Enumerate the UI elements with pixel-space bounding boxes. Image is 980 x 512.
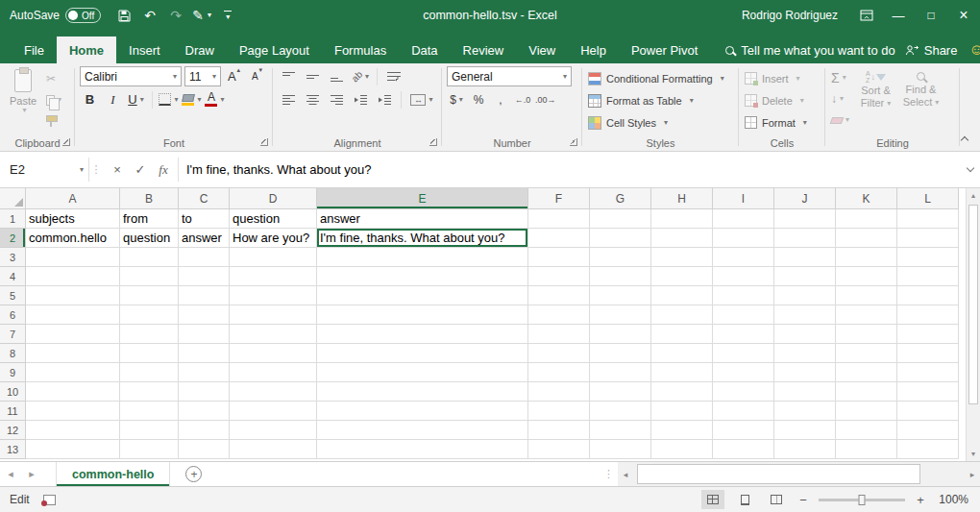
cell-H4[interactable] [651, 267, 713, 286]
cell-L4[interactable] [897, 267, 959, 286]
cell-E11[interactable] [317, 402, 528, 421]
cell-L7[interactable] [897, 325, 959, 344]
vscroll-track[interactable] [967, 203, 980, 447]
cell-B4[interactable] [120, 267, 179, 286]
cell-F1[interactable] [528, 209, 590, 229]
column-header-I[interactable]: I [713, 188, 774, 209]
cell-B3[interactable] [120, 248, 179, 267]
cell-B12[interactable] [120, 421, 179, 440]
merge-center-button[interactable]: ↔▾ [407, 89, 436, 110]
cell-E2[interactable]: I'm fine, thanks. What about you? [317, 229, 528, 248]
italic-button[interactable]: I [103, 89, 123, 110]
cell-G1[interactable] [590, 209, 651, 229]
cell-E9[interactable] [317, 363, 528, 382]
cell-B8[interactable] [120, 344, 179, 363]
cell-B2[interactable]: question [120, 229, 179, 248]
cell-A7[interactable] [26, 325, 120, 344]
cell-A2[interactable]: common.hello [26, 229, 120, 248]
cell-H1[interactable] [651, 209, 713, 229]
align-center-button[interactable] [302, 89, 323, 110]
cell-J11[interactable] [774, 402, 836, 421]
record-macro-icon[interactable] [43, 495, 56, 505]
cell-F8[interactable] [528, 344, 590, 363]
paste-button[interactable]: Paste ▾ [2, 66, 44, 134]
cell-G8[interactable] [590, 344, 651, 363]
cell-E6[interactable] [317, 305, 528, 325]
cell-B7[interactable] [120, 325, 179, 344]
percent-style-button[interactable]: % [469, 89, 488, 110]
cell-G2[interactable] [590, 229, 651, 248]
decrease-font-size-button[interactable]: A▾ [247, 66, 267, 86]
cell-G9[interactable] [590, 363, 651, 382]
cell-C10[interactable] [179, 382, 230, 402]
minimize-button[interactable]: — [882, 0, 915, 31]
cell-D11[interactable] [230, 402, 317, 421]
underline-button[interactable]: U▾ [126, 89, 146, 110]
cell-K9[interactable] [836, 363, 897, 382]
increase-indent-button[interactable] [374, 89, 395, 110]
cell-L10[interactable] [897, 382, 959, 402]
cell-I1[interactable] [713, 209, 774, 229]
cell-A4[interactable] [26, 267, 120, 286]
borders-button[interactable]: ▾ [159, 89, 179, 110]
cell-B5[interactable] [120, 286, 179, 305]
cell-I7[interactable] [713, 325, 774, 344]
cell-L6[interactable] [897, 305, 959, 325]
cancel-entry-button[interactable]: × [107, 159, 128, 181]
page-layout-view-button[interactable] [733, 490, 756, 509]
cell-J4[interactable] [774, 267, 836, 286]
orientation-button[interactable]: ab▾ [350, 66, 371, 86]
expand-formula-bar-button[interactable] [961, 152, 980, 187]
column-header-H[interactable]: H [651, 188, 713, 209]
cell-G11[interactable] [590, 402, 651, 421]
cell-K10[interactable] [836, 382, 897, 402]
column-header-C[interactable]: C [179, 188, 230, 209]
cell-J9[interactable] [774, 363, 836, 382]
font-color-button[interactable]: A▾ [205, 89, 225, 110]
cell-E8[interactable] [317, 344, 528, 363]
number-format-combo[interactable]: General▾ [447, 66, 572, 86]
align-top-button[interactable] [278, 66, 299, 86]
fill-color-button[interactable]: ▾ [182, 89, 202, 110]
cell-K4[interactable] [836, 267, 897, 286]
cell-F13[interactable] [528, 440, 590, 459]
increase-font-size-button[interactable]: A▴ [224, 66, 244, 86]
tab-scroll-split-handle[interactable]: ⋮ [600, 462, 618, 486]
conditional-formatting-button[interactable]: Conditional Formatting ▾ [588, 68, 724, 88]
cell-I3[interactable] [713, 248, 774, 267]
cell-K2[interactable] [836, 229, 897, 248]
cell-H5[interactable] [651, 286, 713, 305]
select-all-corner[interactable] [0, 188, 26, 209]
cell-F11[interactable] [528, 402, 590, 421]
cell-G13[interactable] [590, 440, 651, 459]
cell-K3[interactable] [836, 248, 897, 267]
cell-K12[interactable] [836, 421, 897, 440]
cell-A9[interactable] [26, 363, 120, 382]
cell-E1[interactable]: answer [317, 209, 528, 229]
cell-G7[interactable] [590, 325, 651, 344]
cell-H2[interactable] [651, 229, 713, 248]
vscroll-thumb[interactable] [968, 205, 978, 404]
align-right-button[interactable] [326, 89, 347, 110]
cell-H6[interactable] [651, 305, 713, 325]
cell-J6[interactable] [774, 305, 836, 325]
cell-A5[interactable] [26, 286, 120, 305]
cell-E13[interactable] [317, 440, 528, 459]
cell-C4[interactable] [179, 267, 230, 286]
column-header-K[interactable]: K [836, 188, 897, 209]
column-header-A[interactable]: A [26, 188, 120, 209]
copy-button[interactable]: ▾ [44, 91, 63, 109]
cell-D8[interactable] [230, 344, 317, 363]
autosum-button[interactable]: Σ▾ [829, 68, 851, 87]
clipboard-dialog-launcher[interactable] [62, 138, 70, 146]
insert-cells-button[interactable]: Insert ▾ [745, 68, 807, 88]
font-size-combo[interactable]: 11▾ [184, 66, 221, 86]
cell-F5[interactable] [528, 286, 590, 305]
font-name-combo[interactable]: Calibri▾ [80, 66, 182, 86]
cell-C11[interactable] [179, 402, 230, 421]
user-name[interactable]: Rodrigo Rodriguez [742, 9, 838, 22]
row-header-9[interactable]: 9 [0, 363, 26, 382]
enter-entry-button[interactable]: ✓ [130, 159, 151, 181]
cell-J10[interactable] [774, 382, 836, 402]
close-button[interactable]: × [947, 0, 980, 31]
